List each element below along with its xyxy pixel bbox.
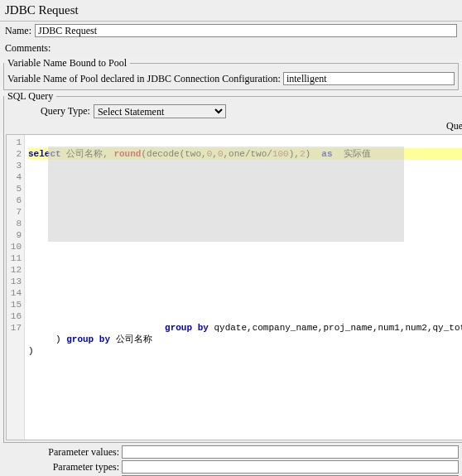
pool-legend: Variable Name Bound to Pool xyxy=(4,57,130,70)
querytype-label: Query Type: xyxy=(41,105,90,118)
param-values-label: Parameter values: xyxy=(3,446,119,459)
obscured-region xyxy=(48,147,404,242)
name-label: Name: xyxy=(5,25,31,37)
pool-input[interactable] xyxy=(283,72,455,85)
query-editor[interactable]: 1 2 3 4 5 6 7 8 9 10 11 12 13 14 15 16 1… xyxy=(6,134,462,440)
bottom-form: Parameter values: Parameter types: Varia… xyxy=(0,443,462,476)
sql-legend: SQL Query xyxy=(4,90,56,103)
comments-label: Comments: xyxy=(5,42,51,54)
param-values-input[interactable] xyxy=(122,445,459,459)
query-label: Query: xyxy=(4,120,462,134)
param-types-label: Parameter types: xyxy=(3,461,119,474)
gutter: 1 2 3 4 5 6 7 8 9 10 11 12 13 14 15 16 1… xyxy=(7,135,25,440)
param-types-input[interactable] xyxy=(122,460,459,474)
name-field[interactable] xyxy=(35,24,457,37)
sql-fieldset: SQL Query Query Type: Select Statement Q… xyxy=(3,90,462,443)
code-lines[interactable]: select 公司名称, round(decode(two,0,0,one/tw… xyxy=(25,135,462,440)
pool-fieldset: Variable Name Bound to Pool Variable Nam… xyxy=(3,57,459,90)
pool-label: Variable Name of Pool declared in JDBC C… xyxy=(7,73,281,85)
querytype-select[interactable]: Select Statement xyxy=(94,104,226,118)
window-title: JDBC Request xyxy=(0,0,462,22)
